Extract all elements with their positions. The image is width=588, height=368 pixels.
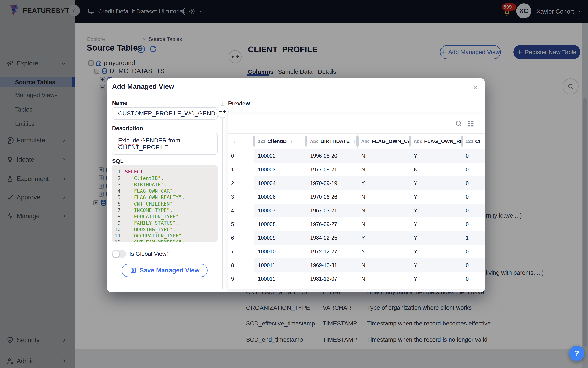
close-icon[interactable] <box>472 84 479 91</box>
table-row[interactable]: 51000081976-09-27NY0 <box>228 218 485 231</box>
table-row[interactable]: 11000031977-08-21NN0 <box>228 163 485 176</box>
table-row[interactable]: 81000111969-12-31NY0 <box>228 258 485 272</box>
column-header-flag-own-car[interactable]: AbcFLAG_OWN_CA↑↓ <box>357 134 410 149</box>
table-row[interactable]: 41000071967-03-21NY0 <box>228 204 485 218</box>
column-header-cnt-children[interactable]: 123CI <box>462 134 485 149</box>
column-resize-handle[interactable] <box>461 136 463 147</box>
index-column-header[interactable]: ↑↓ <box>228 134 254 149</box>
save-icon <box>130 267 137 274</box>
name-label: Name <box>112 100 127 106</box>
column-header-clientid[interactable]: 123ClientID↑↓ <box>254 134 306 149</box>
column-resize-handle[interactable] <box>409 136 411 147</box>
modal-resize-handle[interactable] <box>216 105 229 118</box>
sort-icon: ↑↓ <box>352 139 355 144</box>
search-icon[interactable] <box>454 120 463 128</box>
column-resize-handle[interactable] <box>305 136 307 147</box>
name-input[interactable] <box>112 107 217 120</box>
app: Credit Default Dataset UI tutorial 999+ … <box>0 0 588 368</box>
column-header-birthdate[interactable]: AbcBIRTHDATE↑↓ <box>306 134 357 149</box>
modal-header-divider <box>107 101 485 101</box>
preview-header-row: ↑↓ 123ClientID↑↓ AbcBIRTHDATE↑↓ AbcFLAG_… <box>228 133 485 149</box>
sql-label: SQL <box>112 158 124 164</box>
preview-table: ↑↓ 123ClientID↑↓ AbcBIRTHDATE↑↓ AbcFLAG_… <box>228 114 485 289</box>
sql-editor[interactable]: 1SELECT 2 "ClientID", 3 "BIRTHDATE", 4 "… <box>112 165 217 242</box>
column-header-flag-own-realty[interactable]: AbcFLAG_OWN_RE↑↓ <box>410 134 462 149</box>
preview-toolbar <box>228 114 485 133</box>
table-row[interactable]: 91000121981-12-07NY0 <box>228 272 485 286</box>
modal-title: Add Managed View <box>112 83 174 90</box>
columns-settings-icon[interactable] <box>467 120 474 127</box>
preview-label: Preview <box>228 100 250 107</box>
save-managed-view-button[interactable]: Save Managed View <box>122 264 208 277</box>
help-button[interactable]: ? <box>569 346 584 361</box>
description-input[interactable]: Exlcude GENDER from CLIENT_PROFILE <box>112 133 217 155</box>
description-label: Description <box>112 125 143 132</box>
table-row[interactable]: 61000091984-02-25YY1 <box>228 231 485 245</box>
table-row[interactable]: 31000061970-06-26NY0 <box>228 190 485 204</box>
sort-icon: ↑↓ <box>289 139 292 144</box>
toggle-label: Is Global View? <box>129 250 170 257</box>
table-row[interactable]: 01000021996-08-20NY0 <box>228 149 485 163</box>
add-managed-view-modal: Add Managed View Name Description Exlcud… <box>107 78 485 292</box>
table-row[interactable]: 71000101972-12-27YY0 <box>228 245 485 258</box>
is-global-view-toggle[interactable] <box>112 250 126 258</box>
column-resize-handle[interactable] <box>253 136 255 147</box>
table-row[interactable]: 21000041970-09-19YY0 <box>228 176 485 190</box>
modal-panel-divider <box>222 102 223 289</box>
sort-icon: ↑↓ <box>232 139 235 144</box>
column-resize-handle[interactable] <box>356 136 358 147</box>
toggle-knob <box>113 251 119 258</box>
